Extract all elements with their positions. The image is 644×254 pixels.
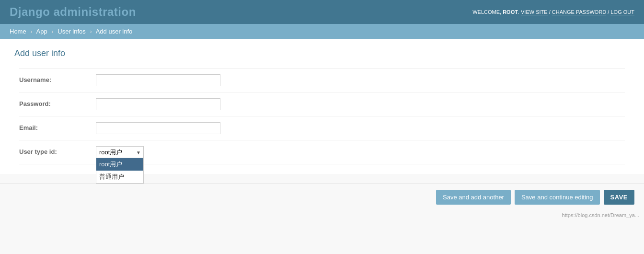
breadcrumb-user-infos[interactable]: User infos [58,28,86,35]
save-add-button[interactable]: Save and add another [436,190,511,205]
separator: › [90,28,92,35]
welcome-text: WELCOME, [472,9,503,15]
site-title: Django administration [10,5,136,19]
header: Django administration WELCOME, ROOT. VIE… [0,0,644,24]
submit-row: Save and add another Save and continue e… [0,184,644,210]
email-field-wrapper [96,122,220,134]
dropdown-open: root用户 普通用户 [96,158,144,184]
password-input[interactable] [96,98,220,110]
email-input[interactable] [96,122,220,134]
footer-link[interactable]: https://blog.csdn.net/Dream_ya... [562,212,639,218]
save-continue-button[interactable]: Save and continue editing [515,190,600,205]
change-password-link[interactable]: CHANGE PASSWORD [552,9,606,15]
content: Add user info Username: Password: Email:… [0,39,644,174]
page-title: Add user info [14,48,630,58]
username-row: Username: [19,68,625,92]
breadcrumb-home[interactable]: Home [10,28,26,35]
breadcrumb: Home › App › User infos › Add user info [0,24,644,39]
user-type-select[interactable]: root用户 普通用户 [96,146,144,158]
password-field-wrapper [96,98,220,110]
breadcrumb-app[interactable]: App [36,28,47,35]
user-tools: WELCOME, ROOT. VIEW SITE / CHANGE PASSWO… [472,9,634,15]
username-field-wrapper [96,74,220,86]
username-label: Username: [19,74,96,83]
separator: › [30,28,32,35]
save-button[interactable]: SAVE [604,190,634,205]
dropdown-option-normal[interactable]: 普通用户 [96,171,143,183]
user-type-select-wrapper[interactable]: root用户 普通用户 ▼ [96,146,144,158]
password-row: Password: [19,92,625,116]
breadcrumb-current: Add user info [96,28,133,35]
username-input[interactable] [96,74,220,86]
username: ROOT [503,9,518,15]
dropdown-option-root[interactable]: root用户 [96,158,143,171]
user-type-label: User type id: [19,146,96,155]
separator: › [51,28,53,35]
log-out-link[interactable]: LOG OUT [610,9,634,15]
user-type-row: User type id: root用户 普通用户 ▼ root用户 普通用户 [19,140,625,164]
add-user-form: Username: Password: Email: User type id: [14,68,630,164]
email-label: Email: [19,122,96,131]
view-site-link[interactable]: VIEW SITE [521,9,548,15]
user-type-field-wrapper: root用户 普通用户 ▼ root用户 普通用户 [96,146,144,158]
footer: https://blog.csdn.net/Dream_ya... [0,210,644,220]
password-label: Password: [19,98,96,107]
email-row: Email: [19,116,625,140]
